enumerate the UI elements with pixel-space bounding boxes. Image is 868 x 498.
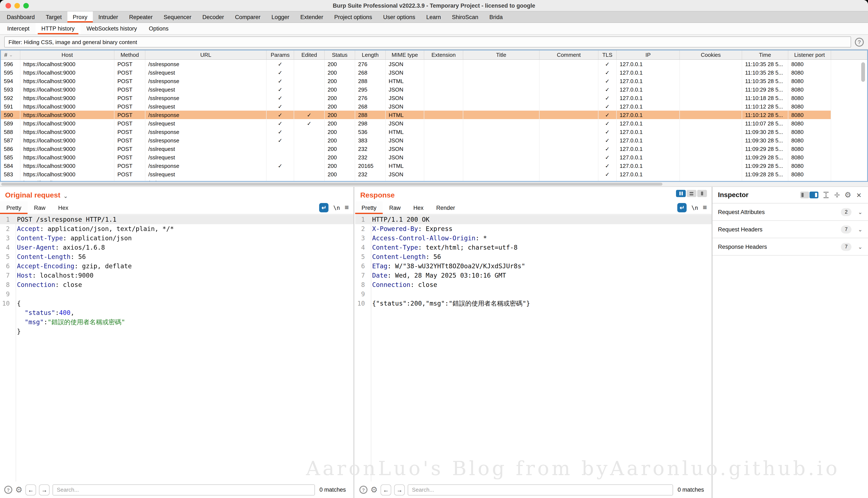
column-header-tls[interactable]: TLS bbox=[599, 50, 617, 59]
main-tab-comparer[interactable]: Comparer bbox=[229, 11, 266, 23]
search-prev-button[interactable]: ← bbox=[25, 484, 36, 495]
column-header-title[interactable]: Title bbox=[463, 50, 540, 59]
table-row-589[interactable]: 589https://localhost:9000POST/sslrequest… bbox=[1, 119, 831, 128]
collapse-all-icon[interactable] bbox=[833, 191, 840, 199]
editor-tab-render[interactable]: Render bbox=[430, 201, 462, 214]
vertical-scrollbar-thumb[interactable] bbox=[861, 62, 865, 82]
column-header-edited[interactable]: Edited bbox=[294, 50, 325, 59]
table-row-583[interactable]: 583https://localhost:9000POST/sslrequest… bbox=[1, 170, 831, 179]
table-row-585[interactable]: 585https://localhost:9000POST/sslrequest… bbox=[1, 153, 831, 161]
table-row-582[interactable]: 582https://localhost:9000POST/sslrespons… bbox=[1, 179, 831, 182]
main-tab-user-options[interactable]: User options bbox=[378, 11, 421, 23]
main-tab-proxy[interactable]: Proxy bbox=[67, 11, 93, 23]
table-row-586[interactable]: 586https://localhost:9000POST/sslrequest… bbox=[1, 145, 831, 153]
minimize-window-button[interactable] bbox=[14, 3, 20, 8]
table-row-592[interactable]: 592https://localhost:9000POST/sslrespons… bbox=[1, 94, 831, 102]
column-header-status[interactable]: Status bbox=[325, 50, 355, 59]
sub-tab-websockets-history[interactable]: WebSockets history bbox=[80, 23, 143, 34]
response-search-input[interactable] bbox=[408, 484, 673, 495]
search-prev-button[interactable]: ← bbox=[381, 484, 391, 495]
column-header-number[interactable]: #⌄ bbox=[1, 50, 20, 59]
sub-tab-options[interactable]: Options bbox=[143, 23, 174, 34]
main-tab-decoder[interactable]: Decoder bbox=[197, 11, 229, 23]
chevron-down-icon[interactable]: ⌄ bbox=[858, 244, 863, 250]
main-tab-intruder[interactable]: Intruder bbox=[93, 11, 123, 23]
search-settings-gear-icon[interactable]: ⚙ bbox=[15, 486, 23, 494]
help-icon[interactable]: ? bbox=[855, 38, 864, 47]
chevron-down-icon[interactable]: ⌄ bbox=[63, 193, 68, 199]
editor-menu-icon[interactable]: ≡ bbox=[703, 204, 707, 212]
horizontal-scrollbar[interactable] bbox=[0, 182, 868, 187]
inspector-section-request-attributes[interactable]: Request Attributes2⌄ bbox=[712, 204, 868, 221]
main-tab-extender[interactable]: Extender bbox=[295, 11, 329, 23]
main-tab-repeater[interactable]: Repeater bbox=[123, 11, 158, 23]
column-header-time[interactable]: Time bbox=[742, 50, 788, 59]
request-panel-title[interactable]: Original request bbox=[5, 191, 61, 200]
column-header-url[interactable]: URL bbox=[145, 50, 266, 59]
inspector-settings-gear-icon[interactable]: ⚙ bbox=[844, 191, 852, 199]
inspector-close-icon[interactable]: ✕ bbox=[855, 191, 863, 199]
column-header-listener-port[interactable]: Listener port bbox=[788, 50, 831, 59]
main-tab-project-options[interactable]: Project options bbox=[329, 11, 378, 23]
sub-tab-intercept[interactable]: Intercept bbox=[1, 23, 35, 34]
main-tab-dashboard[interactable]: Dashboard bbox=[1, 11, 40, 23]
word-wrap-icon[interactable]: ↵ bbox=[319, 203, 329, 212]
expand-all-icon[interactable] bbox=[822, 191, 829, 199]
single-view-button[interactable] bbox=[697, 190, 707, 197]
split-vertical-view-button[interactable] bbox=[676, 190, 686, 197]
fullscreen-window-button[interactable] bbox=[23, 3, 29, 8]
horizontal-scrollbar-thumb[interactable] bbox=[1, 183, 662, 186]
main-tab-learn[interactable]: Learn bbox=[421, 11, 447, 23]
dock-right-toggle-icon[interactable] bbox=[810, 192, 818, 198]
main-tab-target[interactable]: Target bbox=[40, 11, 67, 23]
request-search-input[interactable] bbox=[53, 484, 315, 495]
filter-box[interactable]: Filter: Hiding CSS, image and general bi… bbox=[4, 37, 851, 48]
sub-tab-http-history[interactable]: HTTP history bbox=[35, 23, 80, 34]
table-row-595[interactable]: 595https://localhost:9000POST/sslrequest… bbox=[1, 68, 831, 77]
chevron-down-icon[interactable]: ⌄ bbox=[858, 226, 863, 233]
column-header-ip[interactable]: IP bbox=[617, 50, 680, 59]
split-horizontal-view-button[interactable] bbox=[687, 190, 696, 197]
table-row-591[interactable]: 591https://localhost:9000POST/sslrequest… bbox=[1, 102, 831, 110]
column-header-length[interactable]: Length bbox=[355, 50, 386, 59]
main-tab-logger[interactable]: Logger bbox=[266, 11, 295, 23]
table-row-584[interactable]: 584https://localhost:9000POST/sslrespons… bbox=[1, 161, 831, 170]
word-wrap-icon[interactable]: ↵ bbox=[678, 203, 687, 212]
search-settings-gear-icon[interactable]: ⚙ bbox=[370, 486, 378, 494]
editor-tab-hex[interactable]: Hex bbox=[52, 201, 75, 214]
chevron-down-icon[interactable]: ⌄ bbox=[858, 209, 863, 215]
show-newlines-icon[interactable]: \n bbox=[333, 205, 340, 211]
editor-tab-hex[interactable]: Hex bbox=[407, 201, 430, 214]
search-next-button[interactable]: → bbox=[39, 484, 50, 495]
table-row-596[interactable]: 596https://localhost:9000POST/sslrespons… bbox=[1, 60, 831, 68]
column-header-extension[interactable]: Extension bbox=[424, 50, 463, 59]
main-tab-sequencer[interactable]: Sequencer bbox=[158, 11, 197, 23]
inspector-section-response-headers[interactable]: Response Headers7⌄ bbox=[712, 238, 868, 255]
column-header-method[interactable]: Method bbox=[115, 50, 145, 59]
main-tab-brida[interactable]: Brida bbox=[484, 11, 508, 23]
inspector-section-request-headers[interactable]: Request Headers7⌄ bbox=[712, 221, 868, 238]
column-header-params[interactable]: Params bbox=[266, 50, 294, 59]
main-tab-shiroscan[interactable]: ShiroScan bbox=[447, 11, 484, 23]
table-row-587[interactable]: 587https://localhost:9000POST/sslrespons… bbox=[1, 136, 831, 145]
column-header-mime-type[interactable]: MIME type bbox=[386, 50, 424, 59]
dock-left-toggle-icon[interactable] bbox=[800, 192, 809, 198]
table-row-594[interactable]: 594https://localhost:9000POST/sslrespons… bbox=[1, 77, 831, 85]
editor-tab-pretty[interactable]: Pretty bbox=[0, 201, 28, 214]
search-next-button[interactable]: → bbox=[394, 484, 405, 495]
table-row-588[interactable]: 588https://localhost:9000POST/sslrespons… bbox=[1, 128, 831, 136]
table-row-593[interactable]: 593https://localhost:9000POST/sslrequest… bbox=[1, 85, 831, 94]
editor-tab-raw[interactable]: Raw bbox=[28, 201, 52, 214]
column-header-comment[interactable]: Comment bbox=[540, 50, 599, 59]
column-header-cookies[interactable]: Cookies bbox=[680, 50, 742, 59]
search-help-icon[interactable]: ? bbox=[4, 486, 12, 494]
column-header-host[interactable]: Host bbox=[20, 50, 115, 59]
search-help-icon[interactable]: ? bbox=[359, 486, 367, 494]
editor-tab-raw[interactable]: Raw bbox=[383, 201, 407, 214]
request-editor[interactable]: 1POST /sslresponse HTTP/1.12Accept: appl… bbox=[0, 215, 354, 482]
table-row-590[interactable]: 590https://localhost:9000POST/sslrespons… bbox=[1, 110, 831, 119]
show-newlines-icon[interactable]: \n bbox=[692, 205, 698, 211]
editor-tab-pretty[interactable]: Pretty bbox=[355, 201, 383, 214]
close-window-button[interactable] bbox=[5, 3, 11, 8]
response-editor[interactable]: 1HTTP/1.1 200 OK2X-Powered-By: Express3A… bbox=[355, 215, 712, 482]
